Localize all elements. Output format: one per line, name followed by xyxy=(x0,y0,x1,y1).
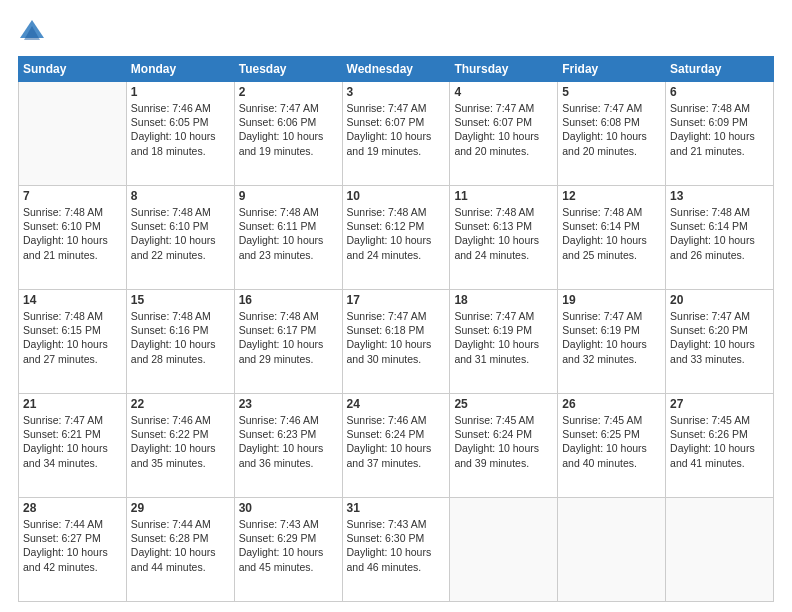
day-info: Sunrise: 7:45 AM Sunset: 6:25 PM Dayligh… xyxy=(562,413,661,470)
day-number: 7 xyxy=(23,189,122,203)
day-number: 22 xyxy=(131,397,230,411)
logo-icon xyxy=(18,18,46,46)
calendar-cell: 16Sunrise: 7:48 AM Sunset: 6:17 PM Dayli… xyxy=(234,290,342,394)
day-number: 1 xyxy=(131,85,230,99)
day-info: Sunrise: 7:46 AM Sunset: 6:05 PM Dayligh… xyxy=(131,101,230,158)
day-of-week-header: Monday xyxy=(126,57,234,82)
day-info: Sunrise: 7:47 AM Sunset: 6:20 PM Dayligh… xyxy=(670,309,769,366)
day-of-week-header: Tuesday xyxy=(234,57,342,82)
day-number: 21 xyxy=(23,397,122,411)
logo xyxy=(18,18,50,46)
calendar-cell: 8Sunrise: 7:48 AM Sunset: 6:10 PM Daylig… xyxy=(126,186,234,290)
calendar-cell: 1Sunrise: 7:46 AM Sunset: 6:05 PM Daylig… xyxy=(126,82,234,186)
day-info: Sunrise: 7:43 AM Sunset: 6:30 PM Dayligh… xyxy=(347,517,446,574)
day-of-week-header: Friday xyxy=(558,57,666,82)
day-of-week-header: Saturday xyxy=(666,57,774,82)
day-info: Sunrise: 7:46 AM Sunset: 6:24 PM Dayligh… xyxy=(347,413,446,470)
day-number: 18 xyxy=(454,293,553,307)
calendar-cell: 21Sunrise: 7:47 AM Sunset: 6:21 PM Dayli… xyxy=(19,394,127,498)
day-of-week-header: Wednesday xyxy=(342,57,450,82)
day-info: Sunrise: 7:48 AM Sunset: 6:14 PM Dayligh… xyxy=(562,205,661,262)
day-number: 3 xyxy=(347,85,446,99)
day-number: 27 xyxy=(670,397,769,411)
day-info: Sunrise: 7:47 AM Sunset: 6:07 PM Dayligh… xyxy=(454,101,553,158)
calendar-cell xyxy=(558,498,666,602)
calendar-cell: 4Sunrise: 7:47 AM Sunset: 6:07 PM Daylig… xyxy=(450,82,558,186)
calendar-cell: 24Sunrise: 7:46 AM Sunset: 6:24 PM Dayli… xyxy=(342,394,450,498)
day-info: Sunrise: 7:46 AM Sunset: 6:22 PM Dayligh… xyxy=(131,413,230,470)
calendar-cell: 12Sunrise: 7:48 AM Sunset: 6:14 PM Dayli… xyxy=(558,186,666,290)
day-info: Sunrise: 7:45 AM Sunset: 6:24 PM Dayligh… xyxy=(454,413,553,470)
day-number: 23 xyxy=(239,397,338,411)
header xyxy=(18,18,774,46)
calendar-cell: 28Sunrise: 7:44 AM Sunset: 6:27 PM Dayli… xyxy=(19,498,127,602)
calendar-cell: 9Sunrise: 7:48 AM Sunset: 6:11 PM Daylig… xyxy=(234,186,342,290)
calendar-cell: 3Sunrise: 7:47 AM Sunset: 6:07 PM Daylig… xyxy=(342,82,450,186)
day-number: 19 xyxy=(562,293,661,307)
day-number: 4 xyxy=(454,85,553,99)
day-number: 10 xyxy=(347,189,446,203)
calendar-cell xyxy=(666,498,774,602)
calendar-cell: 27Sunrise: 7:45 AM Sunset: 6:26 PM Dayli… xyxy=(666,394,774,498)
calendar-cell: 19Sunrise: 7:47 AM Sunset: 6:19 PM Dayli… xyxy=(558,290,666,394)
calendar-cell: 18Sunrise: 7:47 AM Sunset: 6:19 PM Dayli… xyxy=(450,290,558,394)
day-info: Sunrise: 7:47 AM Sunset: 6:18 PM Dayligh… xyxy=(347,309,446,366)
calendar-cell: 22Sunrise: 7:46 AM Sunset: 6:22 PM Dayli… xyxy=(126,394,234,498)
day-number: 11 xyxy=(454,189,553,203)
day-info: Sunrise: 7:48 AM Sunset: 6:13 PM Dayligh… xyxy=(454,205,553,262)
calendar-cell: 14Sunrise: 7:48 AM Sunset: 6:15 PM Dayli… xyxy=(19,290,127,394)
day-info: Sunrise: 7:48 AM Sunset: 6:10 PM Dayligh… xyxy=(23,205,122,262)
day-number: 24 xyxy=(347,397,446,411)
calendar-cell: 30Sunrise: 7:43 AM Sunset: 6:29 PM Dayli… xyxy=(234,498,342,602)
calendar-week-row: 28Sunrise: 7:44 AM Sunset: 6:27 PM Dayli… xyxy=(19,498,774,602)
day-number: 14 xyxy=(23,293,122,307)
calendar-cell: 31Sunrise: 7:43 AM Sunset: 6:30 PM Dayli… xyxy=(342,498,450,602)
calendar-cell: 5Sunrise: 7:47 AM Sunset: 6:08 PM Daylig… xyxy=(558,82,666,186)
day-number: 29 xyxy=(131,501,230,515)
calendar-header: SundayMondayTuesdayWednesdayThursdayFrid… xyxy=(19,57,774,82)
calendar-body: 1Sunrise: 7:46 AM Sunset: 6:05 PM Daylig… xyxy=(19,82,774,602)
calendar-cell: 23Sunrise: 7:46 AM Sunset: 6:23 PM Dayli… xyxy=(234,394,342,498)
calendar-cell: 10Sunrise: 7:48 AM Sunset: 6:12 PM Dayli… xyxy=(342,186,450,290)
day-of-week-header: Sunday xyxy=(19,57,127,82)
day-info: Sunrise: 7:43 AM Sunset: 6:29 PM Dayligh… xyxy=(239,517,338,574)
calendar-cell xyxy=(450,498,558,602)
day-info: Sunrise: 7:44 AM Sunset: 6:27 PM Dayligh… xyxy=(23,517,122,574)
day-number: 31 xyxy=(347,501,446,515)
calendar-cell: 29Sunrise: 7:44 AM Sunset: 6:28 PM Dayli… xyxy=(126,498,234,602)
day-number: 25 xyxy=(454,397,553,411)
day-number: 28 xyxy=(23,501,122,515)
calendar-cell: 6Sunrise: 7:48 AM Sunset: 6:09 PM Daylig… xyxy=(666,82,774,186)
day-info: Sunrise: 7:47 AM Sunset: 6:19 PM Dayligh… xyxy=(454,309,553,366)
day-info: Sunrise: 7:48 AM Sunset: 6:12 PM Dayligh… xyxy=(347,205,446,262)
day-number: 6 xyxy=(670,85,769,99)
day-info: Sunrise: 7:48 AM Sunset: 6:11 PM Dayligh… xyxy=(239,205,338,262)
day-number: 5 xyxy=(562,85,661,99)
calendar-cell: 7Sunrise: 7:48 AM Sunset: 6:10 PM Daylig… xyxy=(19,186,127,290)
calendar-cell: 25Sunrise: 7:45 AM Sunset: 6:24 PM Dayli… xyxy=(450,394,558,498)
calendar-week-row: 7Sunrise: 7:48 AM Sunset: 6:10 PM Daylig… xyxy=(19,186,774,290)
calendar-table: SundayMondayTuesdayWednesdayThursdayFrid… xyxy=(18,56,774,602)
day-info: Sunrise: 7:47 AM Sunset: 6:19 PM Dayligh… xyxy=(562,309,661,366)
calendar-week-row: 1Sunrise: 7:46 AM Sunset: 6:05 PM Daylig… xyxy=(19,82,774,186)
calendar-cell: 26Sunrise: 7:45 AM Sunset: 6:25 PM Dayli… xyxy=(558,394,666,498)
calendar-week-row: 21Sunrise: 7:47 AM Sunset: 6:21 PM Dayli… xyxy=(19,394,774,498)
day-info: Sunrise: 7:48 AM Sunset: 6:09 PM Dayligh… xyxy=(670,101,769,158)
page: SundayMondayTuesdayWednesdayThursdayFrid… xyxy=(0,0,792,612)
day-number: 26 xyxy=(562,397,661,411)
day-number: 16 xyxy=(239,293,338,307)
day-info: Sunrise: 7:48 AM Sunset: 6:16 PM Dayligh… xyxy=(131,309,230,366)
day-number: 17 xyxy=(347,293,446,307)
calendar-week-row: 14Sunrise: 7:48 AM Sunset: 6:15 PM Dayli… xyxy=(19,290,774,394)
day-info: Sunrise: 7:48 AM Sunset: 6:17 PM Dayligh… xyxy=(239,309,338,366)
calendar-cell: 17Sunrise: 7:47 AM Sunset: 6:18 PM Dayli… xyxy=(342,290,450,394)
day-number: 9 xyxy=(239,189,338,203)
calendar-cell: 11Sunrise: 7:48 AM Sunset: 6:13 PM Dayli… xyxy=(450,186,558,290)
calendar-cell: 20Sunrise: 7:47 AM Sunset: 6:20 PM Dayli… xyxy=(666,290,774,394)
day-info: Sunrise: 7:44 AM Sunset: 6:28 PM Dayligh… xyxy=(131,517,230,574)
day-number: 2 xyxy=(239,85,338,99)
day-info: Sunrise: 7:45 AM Sunset: 6:26 PM Dayligh… xyxy=(670,413,769,470)
day-info: Sunrise: 7:48 AM Sunset: 6:15 PM Dayligh… xyxy=(23,309,122,366)
day-number: 20 xyxy=(670,293,769,307)
day-number: 12 xyxy=(562,189,661,203)
